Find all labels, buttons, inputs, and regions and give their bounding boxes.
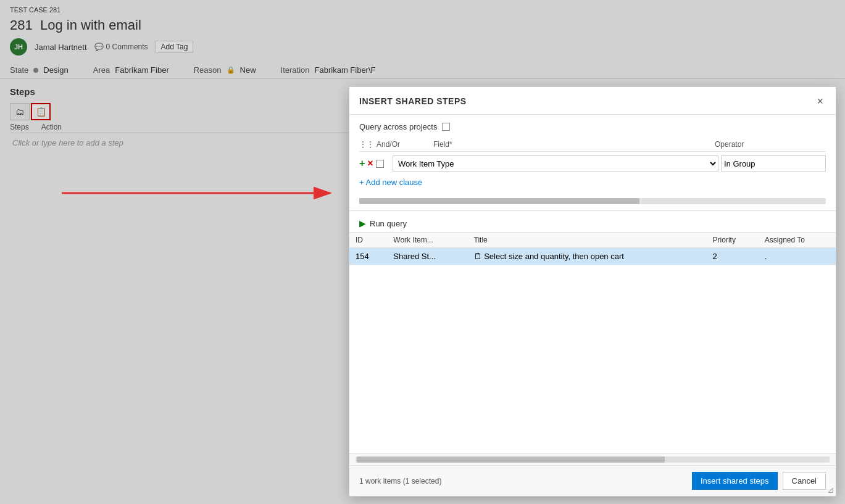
result-title: 🗒 Select size and quantity, then open ca… (468, 248, 707, 265)
results-table: ID Work Item... Title Priority Assigned … (349, 233, 836, 265)
col-id: ID (349, 233, 387, 248)
result-priority: 2 (707, 248, 759, 265)
dialog-body: Query across projects ⋮⋮ And/Or Field* O… (349, 115, 836, 465)
field-column-header: Field* (433, 140, 715, 149)
footer-buttons: Insert shared steps Cancel (692, 472, 826, 490)
remove-clause-button[interactable]: × (367, 158, 373, 169)
run-query-button[interactable]: ▶ Run query (359, 218, 407, 228)
query-builder: ⋮⋮ And/Or Field* Operator + × Work Item … (349, 138, 836, 196)
clause-checkbox[interactable] (376, 160, 384, 168)
drag-col-icon: ⋮⋮ (359, 140, 374, 149)
add-clause-row-button[interactable]: + (359, 158, 365, 169)
drag-handle-icon: ⊿ (827, 485, 835, 495)
run-query-row: ▶ Run query (349, 215, 836, 232)
col-title: Title (468, 233, 707, 248)
query-row-actions: + × (359, 158, 390, 169)
result-assigned: . (759, 248, 836, 265)
query-options: Query across projects (349, 115, 836, 138)
query-across-row: Query across projects (359, 122, 826, 131)
results-area: ID Work Item... Title Priority Assigned … (349, 232, 836, 453)
bottom-scrollbar[interactable] (356, 456, 830, 463)
cancel-button[interactable]: Cancel (783, 472, 826, 490)
query-clause-row: + × Work Item Type (359, 152, 826, 175)
field-select[interactable]: Work Item Type (393, 155, 718, 171)
insert-shared-steps-confirm-button[interactable]: Insert shared steps (692, 472, 778, 490)
footer-status: 1 work items (1 selected) (359, 477, 441, 485)
divider-1 (349, 210, 836, 211)
run-query-label: Run query (370, 219, 407, 228)
result-row[interactable]: 154 Shared St... 🗒 Select size and quant… (349, 248, 836, 265)
bottom-scrollbar-thumb (357, 456, 665, 463)
bottom-scroll-area (349, 453, 836, 465)
col-priority: Priority (707, 233, 759, 248)
andor-column-header: ⋮⋮ And/Or (359, 140, 433, 149)
operator-column-header: Operator (715, 140, 826, 149)
col-type: Work Item... (387, 233, 467, 248)
dialog-close-button[interactable]: × (814, 96, 826, 107)
play-icon: ▶ (359, 218, 366, 228)
result-id: 154 (349, 248, 387, 265)
add-new-clause-button[interactable]: + Add new clause (359, 175, 826, 189)
result-type: Shared St... (387, 248, 467, 265)
horizontal-scrollbar-area (349, 196, 836, 207)
result-title-text: Select size and quantity, then open cart (484, 252, 624, 261)
query-across-label: Query across projects (359, 122, 437, 131)
query-header-row: ⋮⋮ And/Or Field* Operator (359, 138, 826, 152)
col-assigned: Assigned To (759, 233, 836, 248)
dialog-header: INSERT SHARED STEPS × (349, 87, 836, 115)
query-across-checkbox[interactable] (442, 123, 450, 131)
horizontal-scrollbar[interactable] (359, 198, 826, 204)
results-header-row: ID Work Item... Title Priority Assigned … (349, 233, 836, 248)
shared-step-icon: 🗒 (474, 252, 482, 261)
horizontal-scrollbar-thumb (359, 198, 639, 204)
insert-shared-steps-dialog: INSERT SHARED STEPS × Query across proje… (349, 86, 836, 497)
dialog-title: INSERT SHARED STEPS (359, 96, 467, 106)
dialog-footer: 1 work items (1 selected) Insert shared … (349, 465, 836, 496)
operator-input[interactable] (721, 155, 826, 171)
